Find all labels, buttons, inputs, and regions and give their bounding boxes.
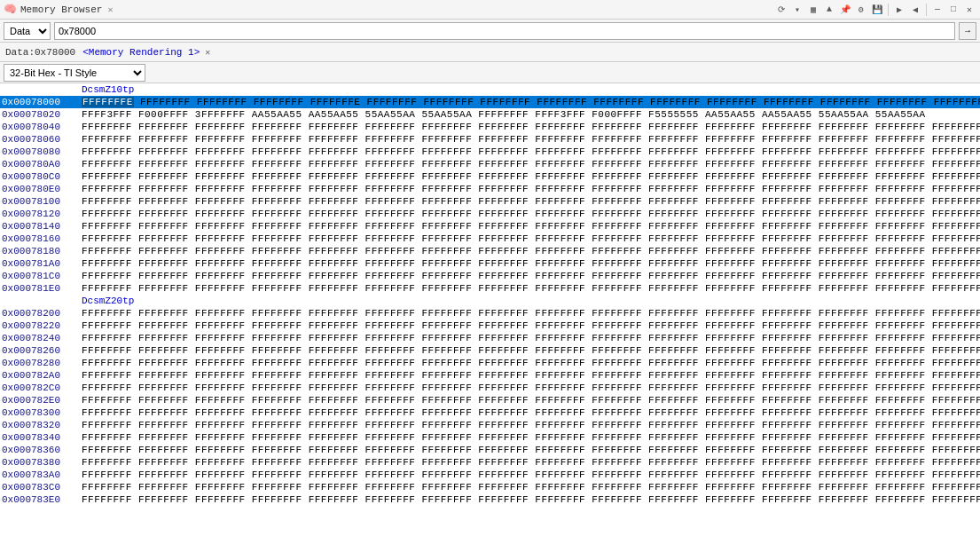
table-row[interactable]: 0x000782A0FFFFFFFF FFFFFFFF FFFFFFFF FFF… — [0, 369, 980, 382]
table-row[interactable]: 0x00078160FFFFFFFF FFFFFFFF FFFFFFFF FFF… — [0, 233, 980, 245]
toolbar-icon-refresh[interactable]: ⟳ — [774, 3, 788, 17]
address-input[interactable] — [54, 22, 955, 40]
table-row[interactable]: 0x00078380FFFFFFFF FFFFFFFF FFFFFFFF FFF… — [0, 456, 980, 469]
table-row[interactable]: 0x00078200FFFFFFFF FFFFFFFF FFFFFFFF FFF… — [0, 307, 980, 319]
address-cell: 0x00078040 — [2, 121, 82, 133]
address-cell: 0x00078020 — [2, 108, 82, 121]
table-row[interactable]: 0x00078220FFFFFFFF FFFFFFFF FFFFFFFF FFF… — [0, 319, 980, 332]
toolbar-icon-back[interactable]: ◀ — [908, 3, 922, 17]
hex-data-cell: FFFFFFFF FFFFFFFF FFFFFFFF FFFFFFFF FFFF… — [82, 195, 980, 208]
display-style-select[interactable]: 32-Bit Hex - TI Style8-Bit Hex16-Bit Hex… — [4, 64, 145, 82]
info-close-icon[interactable]: ✕ — [205, 47, 210, 58]
table-row[interactable]: 0x00078360FFFFFFFF FFFFFFFF FFFFFFFF FFF… — [0, 444, 980, 456]
table-row[interactable]: 0x000781C0FFFFFFFF FFFFFFFF FFFFFFFF FFF… — [0, 270, 980, 282]
address-cell: 0x00078360 — [2, 444, 82, 456]
table-row[interactable]: 0x00078040FFFFFFFF FFFFFFFF FFFFFFFF FFF… — [0, 121, 980, 133]
go-button[interactable]: → — [959, 22, 976, 40]
data-info-text: Data:0x78000 — [5, 47, 75, 58]
toolbar-separator2 — [926, 4, 927, 16]
address-cell: 0x00078200 — [2, 307, 82, 319]
hex-data-cell: FFFFFFFF FFFFFFFF FFFFFFFF FFFFFFFF FFFF… — [82, 282, 980, 295]
table-row[interactable]: 0x00078140FFFFFFFF FFFFFFFF FFFFFFFF FFF… — [0, 220, 980, 233]
toolbar-icon-panel[interactable]: ▦ — [806, 3, 820, 17]
toolbar-icon-dropdown1[interactable]: ▾ — [790, 3, 804, 17]
hex-data-cell: FFFFFFFF FFFFFFFF FFFFFFFF FFFFFFFF FFFF… — [82, 245, 980, 257]
address-cell: 0x000780E0 — [2, 183, 82, 195]
memory-area: DcsmZ10tp0x00078000FFFFFFFE FFFFFFFF FFF… — [0, 83, 980, 552]
title-bar: 🧠 Memory Browser ✕ ⟳ ▾ ▦ ▲ 📌 ⚙ 💾 ▶ ◀ — □… — [0, 0, 980, 20]
hex-data-cell: FFFFFFFF FFFFFFFF FFFFFFFF FFFFFFFF FFFF… — [82, 456, 980, 469]
hex-data-cell: FFFFFFFF FFFFFFFF FFFFFFFF FFFFFFFF FFFF… — [82, 344, 980, 357]
table-row[interactable]: 0x000780A0FFFFFFFF FFFFFFFF FFFFFFFF FFF… — [0, 158, 980, 170]
toolbar-icon-up[interactable]: ▲ — [822, 3, 836, 17]
table-row[interactable]: 0x000782E0FFFFFFFF FFFFFFFF FFFFFFFF FFF… — [0, 394, 980, 406]
table-row[interactable]: 0x000783E0FFFFFFFF FFFFFFFF FFFFFFFF FFF… — [0, 493, 980, 506]
table-row[interactable]: 0x000780C0FFFFFFFF FFFFFFFF FFFFFFFF FFF… — [0, 170, 980, 183]
toolbar-icon-close[interactable]: ✕ — [962, 3, 976, 17]
toolbar: Data Code → — [0, 20, 980, 43]
address-cell: 0x00078380 — [2, 456, 82, 469]
hex-data-cell: FFFFFFFF FFFFFFFF FFFFFFFF FFFFFFFF FFFF… — [82, 183, 980, 195]
table-row[interactable]: 0x00078180FFFFFFFF FFFFFFFF FFFFFFFF FFF… — [0, 245, 980, 257]
table-row[interactable]: 0x00078100FFFFFFFF FFFFFFFF FFFFFFFF FFF… — [0, 195, 980, 208]
address-cell: 0x000782C0 — [2, 382, 82, 394]
table-row[interactable]: 0x00078060FFFFFFFF FFFFFFFF FFFFFFFF FFF… — [0, 133, 980, 146]
address-cell: 0x00078060 — [2, 133, 82, 146]
hex-data-cell: FFFFFFFF FFFFFFFF FFFFFFFF FFFFFFFF FFFF… — [82, 382, 980, 394]
table-row[interactable]: 0x00078000FFFFFFFE FFFFFFFF FFFFFFFF FFF… — [0, 96, 980, 108]
hex-data-cell: FFFFFFFF FFFFFFFF FFFFFFFF FFFFFFFF FFFF… — [82, 233, 980, 245]
address-cell: 0x000781A0 — [2, 257, 82, 270]
title-bar-left: 🧠 Memory Browser ✕ — [4, 3, 113, 16]
toolbar-icon-gear[interactable]: ⚙ — [854, 3, 868, 17]
address-cell: 0x00078340 — [2, 431, 82, 444]
hex-data-cell: FFFFFFFF FFFFFFFF FFFFFFFF FFFFFFFF FFFF… — [82, 469, 980, 481]
table-row[interactable]: 0x00078240FFFFFFFF FFFFFFFF FFFFFFFF FFF… — [0, 332, 980, 344]
hex-data-cell: FFFF3FFF F000FFFF 3FFFFFFF AA55AA55 AA55… — [82, 108, 926, 121]
address-cell: 0x000780A0 — [2, 158, 82, 170]
hex-data-cell: FFFFFFFF FFFFFFFF FFFFFFFF FFFFFFFF FFFF… — [82, 208, 980, 220]
toolbar-icon-pin[interactable]: 📌 — [838, 3, 852, 17]
hex-data-cell: FFFFFFFF FFFFFFFF FFFFFFFF FFFFFFFF FFFF… — [82, 444, 980, 456]
address-cell: 0x00078240 — [2, 332, 82, 344]
window-title: Memory Browser — [20, 4, 102, 15]
table-row[interactable]: 0x00078080FFFFFFFF FFFFFFFF FFFFFFFF FFF… — [0, 146, 980, 158]
table-row[interactable]: 0x00078320FFFFFFFF FFFFFFFF FFFFFFFF FFF… — [0, 419, 980, 431]
address-cell: 0x00078300 — [2, 406, 82, 419]
table-row[interactable]: 0x000783C0FFFFFFFF FFFFFFFF FFFFFFFF FFF… — [0, 481, 980, 493]
hex-data-cell: FFFFFFFF FFFFFFFF FFFFFFFF FFFFFFFF FFFF… — [82, 307, 980, 319]
memory-content[interactable]: DcsmZ10tp0x00078000FFFFFFFE FFFFFFFF FFF… — [0, 83, 980, 552]
rendering-link[interactable]: <Memory Rendering 1> — [82, 47, 200, 58]
hex-data-cell: FFFFFFFF FFFFFFFF FFFFFFFF FFFFFFFF FFFF… — [82, 146, 980, 158]
address-cell: 0x00078160 — [2, 233, 82, 245]
hex-data-cell: FFFFFFFF FFFFFFFF FFFFFFFF FFFFFFFF FFFF… — [82, 170, 980, 183]
hex-data-cell: FFFFFFFE FFFFFFFF FFFFFFFF FFFFFFFF FFFF… — [82, 96, 980, 108]
toolbar-icon-save[interactable]: 💾 — [870, 3, 884, 17]
symbol-label: DcsmZ10tp — [2, 83, 134, 96]
address-cell: 0x000783E0 — [2, 493, 82, 506]
table-row[interactable]: 0x000781A0FFFFFFFF FFFFFFFF FFFFFFFF FFF… — [0, 257, 980, 270]
hex-data-cell: FFFFFFFF FFFFFFFF FFFFFFFF FFFFFFFF FFFF… — [82, 257, 980, 270]
table-row[interactable]: 0x000782C0FFFFFFFF FFFFFFFF FFFFFFFF FFF… — [0, 382, 980, 394]
hex-data-cell: FFFFFFFF FFFFFFFF FFFFFFFF FFFFFFFF FFFF… — [82, 319, 980, 332]
toolbar-icon-maximize[interactable]: □ — [946, 3, 960, 17]
address-cell: 0x00078280 — [2, 357, 82, 369]
tab-close-icon[interactable]: ✕ — [107, 4, 113, 15]
address-cell: 0x000782A0 — [2, 369, 82, 382]
table-row[interactable]: 0x00078300FFFFFFFF FFFFFFFF FFFFFFFF FFF… — [0, 406, 980, 419]
table-row[interactable]: 0x000780E0FFFFFFFF FFFFFFFF FFFFFFFF FFF… — [0, 183, 980, 195]
table-row[interactable]: 0x00078340FFFFFFFF FFFFFFFF FFFFFFFF FFF… — [0, 431, 980, 444]
memory-browser-icon: 🧠 — [4, 3, 17, 16]
table-row[interactable]: 0x000783A0FFFFFFFF FFFFFFFF FFFFFFFF FFF… — [0, 469, 980, 481]
table-row[interactable]: 0x00078020FFFF3FFF F000FFFF 3FFFFFFF AA5… — [0, 108, 980, 121]
toolbar-icon-minimize[interactable]: — — [930, 3, 945, 17]
table-row[interactable]: 0x00078120FFFFFFFF FFFFFFFF FFFFFFFF FFF… — [0, 208, 980, 220]
data-type-select[interactable]: Data Code — [4, 22, 51, 40]
table-row[interactable]: 0x00078280FFFFFFFF FFFFFFFF FFFFFFFF FFF… — [0, 357, 980, 369]
table-row[interactable]: 0x000781E0FFFFFFFF FFFFFFFF FFFFFFFF FFF… — [0, 282, 980, 295]
address-cell: 0x00078100 — [2, 195, 82, 208]
address-cell: 0x000783C0 — [2, 481, 82, 493]
toolbar-icon-forward[interactable]: ▶ — [892, 3, 906, 17]
address-cell: 0x00078080 — [2, 146, 82, 158]
table-row[interactable]: 0x00078260FFFFFFFF FFFFFFFF FFFFFFFF FFF… — [0, 344, 980, 357]
hex-data-cell: FFFFFFFF FFFFFFFF FFFFFFFF FFFFFFFF FFFF… — [82, 369, 980, 382]
